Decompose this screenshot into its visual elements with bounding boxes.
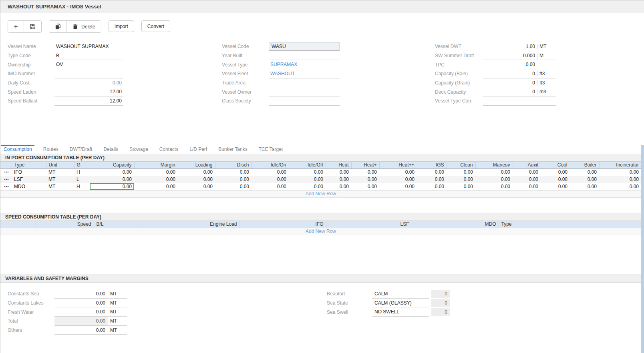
- grid-cell[interactable]: 0.00: [599, 168, 641, 176]
- sea-swell-input[interactable]: NO SWELL: [372, 307, 429, 317]
- grid-cell[interactable]: 0.00: [178, 176, 215, 183]
- grid-cell[interactable]: 0.00: [541, 176, 570, 183]
- add-new-row-link[interactable]: Add New Row: [0, 228, 641, 235]
- tab-bunker-tanks[interactable]: Bunker Tanks: [216, 145, 250, 154]
- grid-cell[interactable]: 0.00: [570, 168, 599, 176]
- grid-cell[interactable]: 0.00: [513, 183, 541, 190]
- tab-tce-target[interactable]: TCE Target: [256, 145, 285, 154]
- grid-cell[interactable]: 0.00: [252, 183, 289, 190]
- grid-cell[interactable]: 0.00: [215, 176, 252, 183]
- ownership-input[interactable]: OV: [54, 60, 123, 69]
- grid-cell[interactable]: 0.00: [252, 176, 289, 183]
- grid-cell[interactable]: 0.00: [351, 183, 379, 190]
- tab-details[interactable]: Details: [101, 145, 121, 154]
- speed-ballast-input[interactable]: 12.00: [54, 96, 123, 106]
- grid-cell[interactable]: 0.00: [447, 183, 475, 190]
- grid-cell[interactable]: 0.00: [215, 168, 252, 176]
- selected-cell[interactable]: 0.00: [90, 183, 134, 190]
- grid-cell[interactable]: MT: [46, 183, 74, 190]
- grid-cell[interactable]: 0.00: [178, 183, 215, 190]
- grid-cell[interactable]: 0.00: [90, 168, 134, 176]
- grid-cell[interactable]: 0.00: [599, 183, 641, 190]
- grid-cell[interactable]: 0.00: [417, 168, 447, 176]
- delete-button[interactable]: Delete: [67, 21, 101, 32]
- vertical-scrollbar[interactable]: [641, 145, 644, 353]
- grid-cell[interactable]: 0.00: [90, 176, 134, 183]
- grid-cell[interactable]: 0.00: [417, 183, 447, 190]
- grid-cell[interactable]: 0.00: [252, 168, 289, 176]
- row-menu-icon[interactable]: ⋯: [0, 176, 12, 183]
- grid-cell[interactable]: IFO: [12, 168, 46, 176]
- grid-cell[interactable]: 0.00: [134, 176, 178, 183]
- grid-cell[interactable]: 0.00: [570, 183, 599, 190]
- grid-cell[interactable]: 0.00: [351, 176, 379, 183]
- beaufort-input[interactable]: CALM: [372, 289, 429, 299]
- grid-cell[interactable]: 0.00: [475, 176, 513, 183]
- grid-cell[interactable]: 0.00: [351, 168, 379, 176]
- constants-sea-input[interactable]: 0.00: [54, 289, 108, 298]
- grid-cell[interactable]: 0.00: [134, 168, 178, 176]
- grid-cell[interactable]: MDO: [12, 183, 46, 190]
- grid-cell[interactable]: MT: [46, 176, 74, 183]
- grid-cell[interactable]: 0.00: [326, 176, 351, 183]
- grid-cell[interactable]: 0.00: [541, 183, 570, 190]
- tpc-input[interactable]: 0.00: [483, 62, 537, 67]
- vessel-owner-input[interactable]: [269, 87, 340, 96]
- vessel-type-input[interactable]: SUPRAMAX: [269, 60, 340, 69]
- grid-cell[interactable]: H: [74, 183, 90, 190]
- grid-cell[interactable]: 0.00: [178, 168, 215, 176]
- grid-cell[interactable]: 0.00: [289, 168, 326, 176]
- grid-cell[interactable]: 0.00: [570, 176, 599, 183]
- vessel-fleet-input[interactable]: WASHOUT: [269, 69, 340, 78]
- grid-cell[interactable]: L: [74, 176, 90, 183]
- grid-cell[interactable]: 0.00: [215, 183, 252, 190]
- tab-routes[interactable]: Routes: [41, 145, 61, 154]
- constants-lakes-input[interactable]: 0.00: [54, 299, 108, 307]
- grid-cell[interactable]: 0.00: [326, 168, 351, 176]
- import-button[interactable]: Import: [109, 20, 134, 32]
- speed-laden-input[interactable]: 12.00: [54, 87, 123, 96]
- grid-cell[interactable]: 0.00: [379, 176, 417, 183]
- grid-cell[interactable]: 0.00: [417, 176, 447, 183]
- year-built-input[interactable]: [269, 51, 340, 60]
- vessel-code-input[interactable]: WASU: [269, 42, 340, 51]
- vessel-dwt-input[interactable]: 1.00: [483, 44, 537, 49]
- grid-cell[interactable]: 0.00: [379, 183, 417, 190]
- capacity-grain-input[interactable]: 0: [483, 80, 537, 86]
- grid-cell[interactable]: 0.00: [326, 183, 351, 190]
- grid-cell[interactable]: H: [74, 168, 90, 176]
- add-new-row-link[interactable]: Add New Row: [0, 191, 641, 198]
- grid-cell[interactable]: 0.00: [513, 168, 541, 176]
- capacity-bale-input[interactable]: 0: [483, 71, 537, 76]
- sw-summer-draft-input[interactable]: 0.000: [483, 53, 537, 58]
- grid-cell[interactable]: 0.00: [447, 168, 475, 176]
- grid-cell[interactable]: 0.00: [379, 168, 417, 176]
- fresh-water-input[interactable]: 0.00: [54, 307, 108, 316]
- tab-dwt-draft[interactable]: DWT/Draft: [67, 145, 95, 154]
- sea-state-input[interactable]: CALM (GLASSY): [372, 299, 429, 308]
- tab-consumption[interactable]: Consumption: [1, 145, 34, 154]
- row-menu-icon[interactable]: ⋯: [0, 168, 12, 176]
- grid-cell[interactable]: 0.00: [513, 176, 541, 183]
- grid-cell[interactable]: 0.00: [475, 168, 513, 176]
- tab-ld-perf[interactable]: L/D Perf: [187, 145, 209, 154]
- save-button[interactable]: [24, 21, 41, 32]
- grid-cell[interactable]: MT: [46, 168, 74, 176]
- tab-contacts[interactable]: Contacts: [157, 145, 181, 154]
- type-code-input[interactable]: B: [54, 51, 123, 60]
- grid-cell[interactable]: LSF: [12, 176, 46, 183]
- daily-cost-input[interactable]: 0.00: [54, 78, 123, 88]
- imo-number-input[interactable]: [54, 69, 123, 78]
- grid-cell[interactable]: 0.00: [475, 183, 513, 190]
- convert-button[interactable]: Convert: [141, 20, 170, 32]
- others-input[interactable]: 0.00: [54, 326, 108, 335]
- vessel-name-input[interactable]: WASHOUT SUPRAMAX: [54, 42, 123, 51]
- grid-cell[interactable]: 0.00: [289, 176, 326, 183]
- deck-capacity-input[interactable]: 0: [483, 89, 537, 94]
- class-society-input[interactable]: [269, 96, 340, 106]
- tab-stowage[interactable]: Stowage: [127, 145, 151, 154]
- grid-cell[interactable]: 0.00: [134, 183, 178, 190]
- grid-cell[interactable]: 0.00: [599, 176, 641, 183]
- window-titlebar[interactable]: WASHOUT SUPRAMAX - IMOS Vessel: [0, 0, 644, 13]
- grid-cell[interactable]: 0.00: [289, 183, 326, 190]
